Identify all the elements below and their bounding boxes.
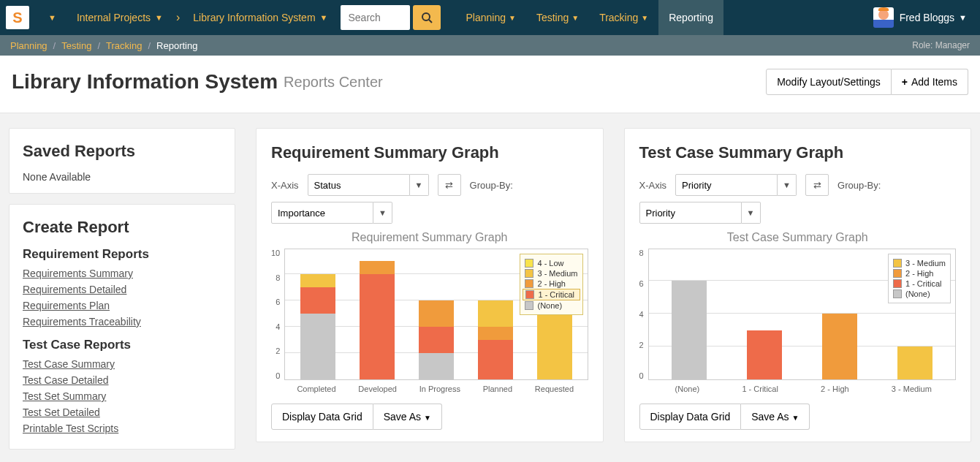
bar-segment: [360, 274, 395, 379]
report-link[interactable]: Printable Test Scripts: [23, 423, 221, 434]
report-section-heading: Requirement Reports: [23, 247, 221, 262]
search-button[interactable]: [413, 5, 441, 30]
ytick: 2: [639, 341, 644, 349]
xtick: 2 - High: [821, 385, 849, 393]
breadcrumb-current: Reporting: [156, 40, 197, 51]
report-section-heading: Test Case Reports: [23, 338, 221, 352]
bar-column: [822, 314, 857, 379]
nav-planning[interactable]: Planning▼: [455, 0, 525, 35]
groupby-label: Group-By:: [470, 180, 513, 191]
bar-column: [897, 346, 932, 379]
groupby-label: Group-By:: [837, 180, 881, 191]
display-data-grid-button[interactable]: Display Data Grid: [639, 404, 742, 430]
bar-column: [478, 300, 513, 379]
chart-plot: 4 - Low3 - Medium2 - High1 - Critical(No…: [284, 249, 588, 380]
nav-testing[interactable]: Testing▼: [526, 0, 589, 35]
bar-column: [300, 274, 335, 379]
swap-axis-button[interactable]: ⇄: [805, 174, 829, 196]
ytick: 4: [271, 322, 280, 331]
chart-title: Requirement Summary Graph: [271, 231, 588, 244]
save-as-button[interactable]: Save As▼: [373, 404, 442, 430]
xtick: (None): [675, 385, 700, 393]
svg-line-1: [429, 20, 432, 23]
bar-segment: [419, 353, 454, 379]
bar-segment: [419, 327, 454, 353]
report-link[interactable]: Test Set Detailed: [23, 406, 221, 418]
report-link[interactable]: Test Set Summary: [23, 390, 221, 402]
bar-segment: [747, 330, 782, 380]
ytick: 2: [271, 346, 280, 355]
report-link[interactable]: Test Case Summary: [23, 358, 221, 370]
report-link[interactable]: Requirements Detailed: [23, 284, 221, 295]
xtick: Requested: [535, 385, 574, 393]
bar-segment: [897, 346, 932, 379]
search-input[interactable]: [341, 5, 410, 30]
chevron-down-icon[interactable]: ▼: [410, 174, 429, 196]
svg-point-0: [422, 13, 430, 20]
swap-axis-button[interactable]: ⇄: [438, 174, 461, 196]
xtick: 1 - Critical: [742, 385, 778, 393]
breadcrumb-link[interactable]: Planning: [10, 40, 48, 51]
chevron-down-icon[interactable]: ▼: [373, 202, 392, 224]
bar-segment: [478, 300, 513, 327]
app-logo[interactable]: S: [6, 6, 29, 29]
xtick: Planned: [483, 385, 512, 393]
ytick: 0: [639, 371, 644, 380]
chart-panel: Requirement Summary GraphX-Axis▼⇄Group-B…: [256, 128, 604, 442]
report-link[interactable]: Requirements Plan: [23, 300, 221, 311]
xtick: Completed: [297, 385, 335, 393]
nav-tracking[interactable]: Tracking▼: [589, 0, 658, 35]
xaxis-select[interactable]: [308, 174, 410, 196]
chart-legend: 4 - Low3 - Medium2 - High1 - Critical(No…: [520, 254, 582, 315]
ytick: 6: [639, 279, 644, 288]
chevron-down-icon[interactable]: ▼: [742, 202, 761, 224]
chart-legend: 3 - Medium2 - High1 - Critical(None): [888, 254, 951, 303]
logo-menu[interactable]: ▼: [34, 0, 67, 35]
create-report-title: Create Report: [23, 218, 221, 237]
chart-panel-title: Test Case Summary Graph: [639, 143, 957, 162]
report-link[interactable]: Test Case Detailed: [23, 374, 221, 386]
chart-panel: Test Case Summary GraphX-Axis▼⇄Group-By:…: [624, 128, 972, 442]
ytick: 8: [639, 249, 644, 257]
page-header: Library Information System Reports Cente…: [0, 56, 980, 113]
ytick: 8: [271, 273, 280, 282]
bar-segment: [478, 327, 513, 340]
bar-segment: [360, 261, 395, 274]
display-data-grid-button[interactable]: Display Data Grid: [271, 404, 373, 430]
nav-reporting[interactable]: Reporting: [658, 0, 723, 35]
breadcrumb-link[interactable]: Tracking: [106, 40, 142, 51]
xaxis-label: X-Axis: [271, 180, 299, 191]
groupby-select[interactable]: [639, 202, 742, 224]
bar-segment: [419, 300, 454, 327]
page-subtitle: Reports Center: [284, 74, 383, 91]
breadcrumb-link[interactable]: Testing: [61, 40, 91, 51]
groupby-select[interactable]: [271, 202, 373, 224]
xaxis-select[interactable]: [675, 174, 778, 196]
bar-column: [419, 300, 454, 379]
bar-segment: [822, 314, 857, 379]
top-navbar: S ▼ Internal Projects▼ › Library Informa…: [0, 0, 980, 35]
bar-segment: [300, 287, 335, 314]
bar-segment: [300, 314, 335, 379]
report-link[interactable]: Requirements Summary: [23, 268, 221, 279]
workspace-switcher[interactable]: Internal Projects▼: [67, 0, 173, 35]
saved-reports-empty: None Available: [23, 171, 221, 183]
chart-plot: 3 - Medium2 - High1 - Critical(None): [648, 249, 956, 380]
search-icon: [421, 12, 433, 23]
user-menu[interactable]: Fred Bloggs▼: [873, 7, 974, 28]
chart-title: Test Case Summary Graph: [639, 231, 957, 244]
modify-layout-button[interactable]: Modify Layout/Settings: [766, 69, 892, 95]
avatar: [873, 7, 894, 28]
save-as-button[interactable]: Save As▼: [741, 404, 810, 430]
create-report-panel: Create Report Requirement ReportsRequire…: [9, 204, 235, 450]
xtick: In Progress: [419, 385, 460, 393]
breadcrumb-bar: Planning/Testing/Tracking/ Reporting Rol…: [0, 35, 980, 56]
report-link[interactable]: Requirements Traceability: [23, 316, 221, 327]
chevron-down-icon[interactable]: ▼: [778, 174, 797, 196]
xtick: Developed: [358, 385, 397, 393]
bar-column: [360, 261, 395, 379]
project-switcher[interactable]: Library Information System▼: [183, 0, 338, 35]
saved-reports-title: Saved Reports: [23, 142, 221, 161]
add-items-button[interactable]: +Add Items: [892, 69, 968, 95]
bar-column: [672, 281, 707, 379]
